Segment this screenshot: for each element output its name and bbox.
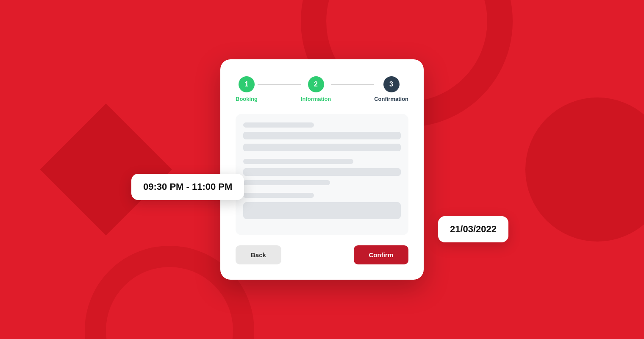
step-1-circle: 1 bbox=[239, 76, 255, 92]
skeleton-section-2 bbox=[243, 159, 401, 185]
skeleton-section-1 bbox=[243, 122, 401, 151]
step-booking: 1 Booking bbox=[236, 76, 258, 102]
step-3-circle: 3 bbox=[383, 76, 400, 92]
bg-circle-right bbox=[525, 97, 644, 242]
tooltip-date: 21/03/2022 bbox=[438, 216, 508, 242]
step-2-number: 2 bbox=[314, 81, 318, 88]
button-row: Back Confirm bbox=[236, 245, 408, 264]
step-3-number: 3 bbox=[389, 81, 393, 88]
skeleton-line-5 bbox=[243, 168, 401, 176]
step-1-label: Booking bbox=[236, 96, 258, 102]
tooltip-date-value: 21/03/2022 bbox=[450, 224, 497, 234]
step-confirmation: 3 Confirmation bbox=[374, 76, 408, 102]
confirm-button[interactable]: Confirm bbox=[354, 245, 409, 264]
step-connector-1 bbox=[258, 84, 301, 85]
skeleton-line-2 bbox=[243, 132, 401, 139]
content-area bbox=[236, 114, 408, 235]
back-button[interactable]: Back bbox=[236, 245, 281, 264]
step-2-circle: 2 bbox=[308, 76, 324, 92]
step-3-label: Confirmation bbox=[374, 96, 408, 102]
skeleton-section-3 bbox=[243, 193, 401, 219]
step-1-number: 1 bbox=[245, 81, 249, 88]
skeleton-line-4 bbox=[243, 159, 353, 164]
stepper: 1 Booking 2 Information 3 Confirmation bbox=[236, 76, 408, 102]
skeleton-line-8 bbox=[243, 202, 401, 219]
step-information: 2 Information bbox=[301, 76, 331, 102]
skeleton-line-6 bbox=[243, 180, 330, 185]
booking-card: 1 Booking 2 Information 3 Confirmation bbox=[220, 59, 424, 280]
step-2-label: Information bbox=[301, 96, 331, 102]
bg-diamond bbox=[40, 103, 172, 235]
skeleton-line-3 bbox=[243, 144, 401, 151]
step-connector-2 bbox=[331, 84, 374, 85]
tooltip-time-value: 09:30 PM - 11:00 PM bbox=[143, 181, 232, 192]
skeleton-line-7 bbox=[243, 193, 314, 198]
skeleton-line-1 bbox=[243, 122, 314, 128]
tooltip-time: 09:30 PM - 11:00 PM bbox=[131, 174, 244, 200]
